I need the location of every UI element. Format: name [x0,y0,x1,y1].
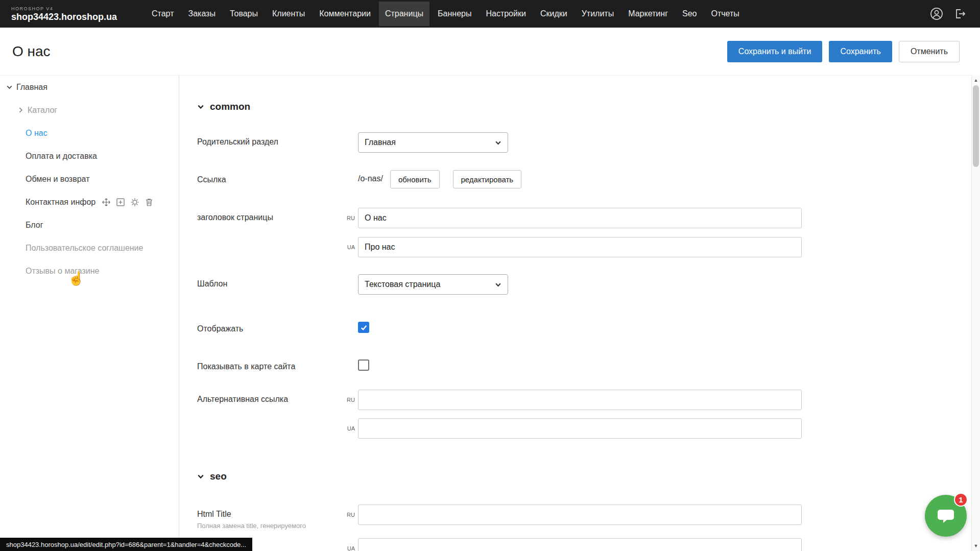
content-area: Главная Каталог О нас Оплата и доставка … [0,75,971,551]
status-url-tooltip: shop34423.horoshop.ua/edit/edit.php?id=6… [0,538,252,551]
add-page-icon[interactable] [116,198,125,207]
chat-unread-badge: 1 [954,493,968,507]
sidebar-item-obmen-i-vozvrat[interactable]: Обмен и возврат [0,167,179,190]
scroll-down-arrow[interactable]: ▼ [972,542,980,550]
section-common-header[interactable]: common [197,101,971,112]
sidebar-item-blog[interactable]: Блог [0,213,179,236]
html-title-ua-row: UA [197,538,971,551]
sidebar-item-label: Блог [26,221,43,230]
sidebar-item-label: Каталог [28,106,57,115]
save-button[interactable]: Сохранить [829,41,892,62]
html-title-label-block: Html Title Полная замена title, генериру… [197,505,340,530]
menu-reports[interactable]: Отчеты [705,2,745,26]
display-checkbox[interactable] [358,322,369,333]
pages-tree-sidebar: Главная Каталог О нас Оплата и доставка … [0,76,179,551]
alt-link-ua-input[interactable] [358,418,802,439]
menu-comments[interactable]: Комментарии [313,2,377,26]
section-seo-title: seo [210,471,227,482]
scroll-up-arrow[interactable]: ▲ [972,76,980,84]
lang-ua-badge: UA [340,538,358,551]
lang-spacer [340,170,358,177]
link-refresh-button[interactable]: обновить [390,170,440,188]
menu-clients[interactable]: Клиенты [266,2,311,26]
html-title-ru-input[interactable] [358,505,802,525]
sitemap-checkbox[interactable] [358,360,369,371]
page-title-ru-input[interactable] [358,208,802,228]
alt-link-ua-row: UA [197,418,971,439]
sidebar-item-o-nas[interactable]: О нас [0,122,179,145]
user-account-icon[interactable] [930,7,943,20]
parent-section-label: Родительский раздел [197,132,340,147]
chevron-down-icon[interactable] [4,84,14,90]
logout-icon[interactable] [953,7,967,20]
top-navigation-bar: HOROSHOP V4 shop34423.horoshop.ua Старт … [0,0,980,28]
lang-ru-badge: RU [340,208,358,221]
link-edit-button[interactable]: редактировать [453,170,522,188]
sidebar-item-polzovatelskoe-soglashenie[interactable]: Пользовательское соглашение [0,236,179,259]
menu-products[interactable]: Товары [224,2,264,26]
menu-start[interactable]: Старт [146,2,180,26]
checkmark-icon [360,324,368,331]
menu-utilities[interactable]: Утилиты [576,2,620,26]
section-seo-header[interactable]: seo [197,471,971,482]
template-select[interactable]: Текстовая страница [358,274,508,295]
sidebar-item-katalog[interactable]: Каталог [0,99,179,122]
lang-ua-badge: UA [340,418,358,432]
menu-seo[interactable]: Seo [676,2,703,26]
lang-ru-badge: RU [340,390,358,403]
sidebar-item-label: Обмен и возврат [26,175,89,184]
logo-domain-label: shop34423.horoshop.ua [11,12,146,22]
sidebar-item-glavnaya[interactable]: Главная [0,76,179,99]
link-path-value: /o-nas/ [358,170,390,183]
logo-version-label: HOROSHOP V4 [11,6,146,12]
scrollbar-thumb[interactable] [973,85,979,167]
chat-widget-button[interactable]: 1 [925,495,967,537]
sitemap-label: Показывать в карте сайта [197,357,340,371]
template-selected-value: Текстовая страница [365,280,440,289]
link-label: Ссылка [197,170,340,184]
menu-orders[interactable]: Заказы [182,2,221,26]
menu-marketing[interactable]: Маркетинг [622,2,674,26]
app-logo[interactable]: HOROSHOP V4 shop34423.horoshop.ua [0,6,146,22]
label-spacer [197,418,340,423]
lang-spacer [340,274,358,281]
lang-spacer [340,319,358,326]
sidebar-item-label: Отзывы о магазине [26,267,100,276]
gear-icon[interactable] [130,198,139,207]
display-row: Отображать [197,319,971,333]
parent-section-select[interactable]: Главная [358,132,508,153]
sidebar-item-label: Контактная инфор [26,198,95,207]
display-label: Отображать [197,319,340,333]
cancel-button[interactable]: Отменить [899,41,960,62]
alt-link-ru-row: Альтернативная ссылка RU [197,390,971,410]
sitemap-row: Показывать в карте сайта [197,357,971,371]
chevron-right-icon[interactable] [15,107,26,113]
html-title-ua-input[interactable] [358,538,802,551]
menu-settings[interactable]: Настройки [480,2,532,26]
save-and-exit-button[interactable]: Сохранить и выйти [727,41,823,62]
header-action-buttons: Сохранить и выйти Сохранить Отменить [727,41,960,62]
sidebar-item-otzyvy-o-magazine[interactable]: Отзывы о магазине [0,259,179,282]
menu-pages[interactable]: Страницы [379,2,429,26]
page-title-label: заголовок страницы [197,208,340,222]
alt-link-ru-input[interactable] [358,390,802,410]
page-title-ua-row: UA [197,237,971,257]
menu-discounts[interactable]: Скидки [534,2,573,26]
chevron-down-icon [495,281,501,288]
sidebar-item-oplata-i-dostavka[interactable]: Оплата и доставка [0,145,179,167]
trash-icon[interactable] [145,198,154,207]
alt-link-label: Альтернативная ссылка [197,390,340,404]
chevron-down-icon [495,139,501,146]
parent-section-row: Родительский раздел Главная [197,132,971,153]
template-row: Шаблон Текстовая страница [197,274,971,295]
sidebar-item-label: О нас [26,129,47,138]
label-spacer [197,237,340,242]
page-title-ua-input[interactable] [358,237,802,257]
vertical-scrollbar[interactable]: ▲ ▼ [971,75,980,551]
move-icon[interactable] [102,198,111,207]
menu-banners[interactable]: Баннеры [432,2,477,26]
html-title-label: Html Title [197,510,231,518]
sidebar-item-kontaktnaya-informaciya[interactable]: Контактная инфор [0,190,179,213]
page-edit-form: common Родительский раздел Главная Ссылк… [180,76,971,551]
page-header: О нас Сохранить и выйти Сохранить Отмени… [0,28,980,75]
